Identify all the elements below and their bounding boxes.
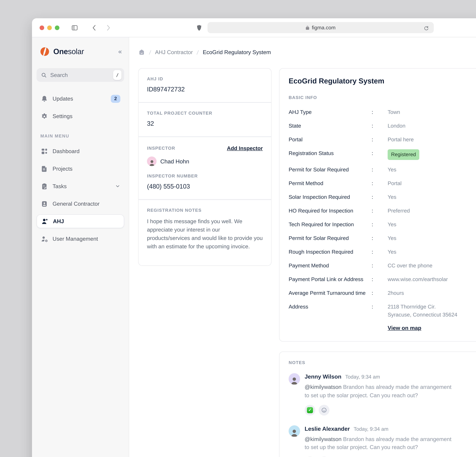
sidebar-toggle-icon[interactable] <box>71 24 78 31</box>
dashboard-icon <box>40 147 48 155</box>
info-row-value: London <box>376 122 476 130</box>
search-placeholder: Search <box>50 72 68 78</box>
collapse-sidebar-icon[interactable]: « <box>118 48 122 55</box>
clipboard-check-icon <box>40 182 48 190</box>
note-author: Jenny Wilson <box>305 373 341 380</box>
add-inspector-link[interactable]: Add Inspector <box>227 145 263 151</box>
info-row-label: AHJ Type <box>289 108 372 116</box>
sidebar-item-label: Dashboard <box>52 148 80 154</box>
info-row-label: Solar Inspection Required <box>289 193 372 201</box>
note-item: Jenny WilsonToday, 9:34 am@kimilywatson … <box>289 373 476 415</box>
reaction-add-reaction-smiley[interactable] <box>319 457 329 457</box>
minimize-window-button[interactable] <box>47 25 52 30</box>
close-window-button[interactable] <box>40 25 44 30</box>
brand: Onesolar « <box>40 46 122 57</box>
info-row-permit-method: Permit Method:Portal <box>289 179 476 187</box>
basic-info-label: BASIC INFO <box>289 95 476 100</box>
refresh-icon[interactable] <box>423 24 430 32</box>
note-reactions: ✓ <box>305 457 457 457</box>
shield-icon[interactable] <box>195 24 203 31</box>
info-row-value: Yes <box>376 248 476 256</box>
sidebar-item-general-contractor[interactable]: General Contractor <box>37 197 124 211</box>
window-controls <box>40 25 60 30</box>
search-input[interactable]: Search / <box>37 68 124 82</box>
ahj-id-label: AHJ ID <box>147 76 263 81</box>
search-shortcut-key: / <box>113 70 121 80</box>
registration-notes-section: REGISTRATION NOTES I hope this message f… <box>139 199 271 265</box>
project-counter-section: TOTAL PROJECT COUNTER 32 <box>139 102 271 136</box>
ahj-detail-card: EcoGrid Regulatory System BASIC INFO AHJ… <box>279 68 476 342</box>
info-row-value: CC over the phone <box>376 262 476 270</box>
sidebar-item-label: Tasks <box>52 183 67 189</box>
info-row-colon: : <box>372 149 376 160</box>
registration-notes-text: I hope this message finds you well. We a… <box>147 217 263 251</box>
main-content: /AHJ Contractor/EcoGrid Regulatory Syste… <box>129 37 476 457</box>
info-row-label: Address <box>289 303 372 319</box>
basic-info-column: BASIC INFO AHJ Type:TownState:LondonPort… <box>289 95 476 331</box>
sidebar-item-tasks[interactable]: Tasks <box>37 179 124 193</box>
inspector-label: INSPECTOR <box>147 146 175 150</box>
project-counter-label: TOTAL PROJECT COUNTER <box>147 111 263 115</box>
project-counter-value: 32 <box>147 120 263 127</box>
note-body: Jenny WilsonToday, 9:34 am@kimilywatson … <box>305 373 457 415</box>
info-row-value: Portal <box>376 179 476 187</box>
info-row-colon: : <box>372 275 376 283</box>
inspector-number-label: INSPECTOR NUMBER <box>147 174 263 178</box>
inspector-section: INSPECTOR Add Inspector Chad Hohn INSPEC… <box>139 136 271 199</box>
reaction-white-check-mark[interactable]: ✓ <box>305 405 315 415</box>
main-menu-section-label: MAIN MENU <box>40 134 120 138</box>
sidebar-item-label: AHJ <box>53 218 64 224</box>
info-row-label: Average Permit Turnaround time <box>289 289 372 297</box>
info-row-value: Yes <box>376 166 476 174</box>
info-row-value: Registered <box>376 149 476 160</box>
url-text: figma.com <box>312 25 335 30</box>
inspector-person: Chad Hohn <box>147 157 263 166</box>
zoom-window-button[interactable] <box>55 25 60 30</box>
mention[interactable]: @kimilywatson <box>305 384 341 390</box>
mention[interactable]: @kimilywatson <box>305 436 341 442</box>
sidebar-item-user-management[interactable]: User Management <box>37 232 124 246</box>
forward-icon[interactable] <box>104 24 112 31</box>
note-timestamp: Today, 9:34 am <box>354 426 388 432</box>
info-row-rough-inspection-required: Rough Inspection Required:Yes <box>289 248 476 256</box>
info-row-label: Permit for Solar Required <box>289 166 372 174</box>
reaction-add-reaction-smiley[interactable] <box>319 405 329 415</box>
note-header: Leslie AlexanderToday, 9:34 am <box>305 425 457 432</box>
info-row-colon: : <box>372 207 376 215</box>
info-row-value: Yes <box>376 220 476 228</box>
ahj-id-value: ID897472732 <box>147 86 263 93</box>
note-item: Leslie AlexanderToday, 9:34 am@kimilywat… <box>289 425 476 457</box>
info-row-value: Yes <box>376 234 476 242</box>
breadcrumb-item[interactable]: AHJ Contractor <box>155 49 193 55</box>
info-row-label: Registration Status <box>289 149 372 160</box>
note-message: @kimilywatson Brandon has already made t… <box>305 435 457 452</box>
info-row-label: HO Required for Inspection <box>289 207 372 215</box>
note-timestamp: Today, 9:34 am <box>345 374 380 380</box>
sidebar-item-updates[interactable]: Updates2 <box>37 92 124 105</box>
check-emoji: ✓ <box>307 407 313 413</box>
sidebar-item-ahj[interactable]: AHJ <box>37 214 124 228</box>
info-row-value: Portal here <box>376 135 476 144</box>
info-row-colon: : <box>372 193 376 201</box>
breadcrumb-separator: / <box>149 49 151 55</box>
info-row-colon: : <box>372 303 376 319</box>
avatar <box>289 425 300 437</box>
reaction-white-check-mark[interactable]: ✓ <box>305 457 315 457</box>
add-reaction-smiley-icon <box>321 407 327 413</box>
address-bar[interactable]: figma.com <box>207 22 434 33</box>
sidebar-item-label: Projects <box>52 166 73 172</box>
home-icon[interactable] <box>138 49 145 56</box>
back-icon[interactable] <box>91 24 98 31</box>
info-row-ahj-type: AHJ Type:Town <box>289 108 476 116</box>
view-on-map-link[interactable]: View on map <box>388 325 421 331</box>
breadcrumb-item[interactable]: EcoGrid Regulatory System <box>203 49 271 55</box>
note-author: Leslie Alexander <box>305 425 350 432</box>
info-row-portal: Portal:Portal here <box>289 135 476 144</box>
sidebar-item-settings[interactable]: Settings <box>37 109 124 123</box>
info-row-label: Portal <box>289 135 372 144</box>
sidebar-item-projects[interactable]: Projects <box>37 162 124 176</box>
page-title: EcoGrid Regulatory System <box>289 77 476 85</box>
sidebar-item-dashboard[interactable]: Dashboard <box>37 144 124 158</box>
status-badge: Registered <box>388 149 419 160</box>
info-row-value: Preferred <box>376 207 476 215</box>
